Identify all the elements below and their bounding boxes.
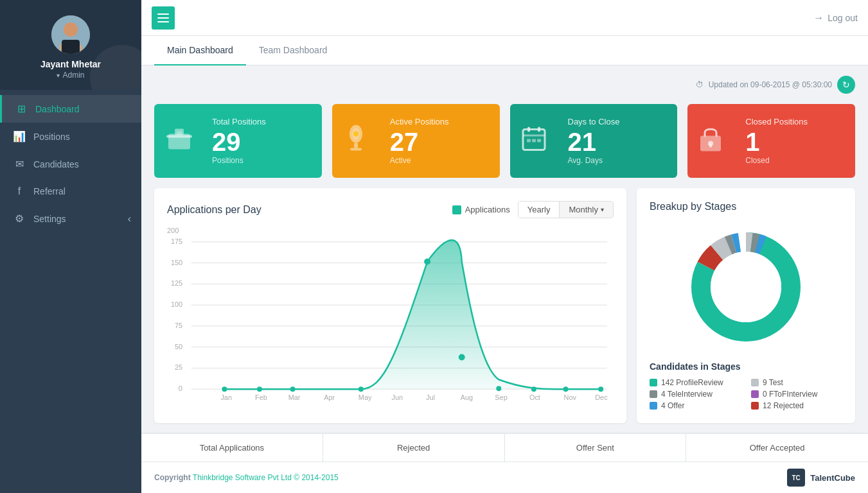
svg-text:75: 75 bbox=[175, 322, 182, 329]
update-bar: ⏱ Updated on 09-06-2015 @ 05:30:00 ↻ bbox=[154, 76, 855, 94]
legend-rejected: 12 Rejected bbox=[751, 401, 842, 410]
sidebar-label-positions: Positions bbox=[33, 132, 70, 142]
stat-card-days-to-close: Days to Close 21 Avg. Days bbox=[510, 104, 678, 178]
svg-rect-20 bbox=[537, 139, 541, 142]
applications-per-day-chart: Applications per Day Applications Yearly… bbox=[154, 188, 626, 423]
hamburger-line-1 bbox=[157, 13, 169, 15]
brand-name: TalentCube bbox=[810, 473, 855, 483]
company-link[interactable]: Thinkbridge Software Pvt Ltd © 2014-2015 bbox=[193, 473, 339, 482]
svg-text:Mar: Mar bbox=[288, 394, 301, 401]
svg-point-49 bbox=[563, 386, 569, 392]
sidebar-item-settings[interactable]: ⚙ Settings bbox=[0, 205, 141, 232]
bottom-tab-rejected[interactable]: Rejected bbox=[323, 434, 505, 462]
chart-title: Applications per Day bbox=[167, 204, 261, 216]
stat-card-closed-positions: Closed Positions 1 Closed bbox=[687, 104, 855, 178]
total-positions-value: 29 bbox=[212, 129, 309, 155]
total-positions-icon bbox=[166, 126, 193, 156]
footer-copyright: Copyright Thinkbridge Software Pvt Ltd ©… bbox=[154, 473, 339, 482]
svg-text:50: 50 bbox=[175, 343, 182, 350]
legend-offer: 4 Offer bbox=[650, 401, 741, 410]
legend-dot-rejected bbox=[751, 402, 759, 410]
monthly-button[interactable]: Monthly bbox=[560, 202, 613, 218]
clock-icon: ⏱ bbox=[696, 80, 704, 89]
svg-rect-18 bbox=[527, 139, 531, 142]
active-positions-value: 27 bbox=[390, 129, 487, 155]
legend-label-test: 9 Test bbox=[763, 378, 783, 387]
active-positions-title: Active Positions bbox=[390, 117, 487, 126]
closed-positions-value: 1 bbox=[745, 129, 842, 155]
yearly-button[interactable]: Yearly bbox=[518, 202, 560, 218]
svg-text:Sep: Sep bbox=[495, 394, 507, 401]
sidebar-label-referral: Referral bbox=[33, 186, 66, 196]
svg-point-68 bbox=[711, 252, 781, 322]
svg-rect-7 bbox=[177, 131, 182, 135]
dashboard-icon: ⊞ bbox=[15, 103, 28, 115]
tab-team-dashboard[interactable]: Team Dashboard bbox=[246, 36, 341, 65]
donut-card: Breakup by Stages bbox=[637, 188, 855, 423]
bottom-tab-offer-sent[interactable]: Offer Sent bbox=[505, 434, 687, 462]
svg-rect-23 bbox=[709, 143, 712, 147]
svg-text:100: 100 bbox=[171, 300, 182, 308]
legend-label-rejected: 12 Rejected bbox=[763, 401, 804, 410]
sidebar-label-candidates: Candidates bbox=[33, 159, 79, 169]
logout-button[interactable]: → Log out bbox=[813, 12, 858, 24]
sidebar-item-positions[interactable]: 📊 Positions bbox=[0, 123, 141, 150]
stat-card-total-positions: Total Positions 29 Positions bbox=[154, 104, 322, 178]
sidebar-item-candidates[interactable]: ✉ Candidates bbox=[0, 150, 141, 178]
svg-text:Jan: Jan bbox=[220, 394, 232, 401]
legend-dot-profile-review bbox=[650, 379, 657, 386]
days-to-close-sub: Avg. Days bbox=[568, 156, 665, 165]
bottom-tab-total-applications[interactable]: Total Applications bbox=[141, 434, 323, 462]
active-positions-icon bbox=[344, 125, 368, 157]
svg-text:125: 125 bbox=[171, 279, 182, 287]
sidebar-label-settings: Settings bbox=[33, 214, 66, 224]
svg-point-50 bbox=[598, 386, 603, 392]
footer: Copyright Thinkbridge Software Pvt Ltd ©… bbox=[141, 462, 868, 493]
stat-card-active-positions: Active Positions 27 Active bbox=[332, 104, 500, 178]
copyright-label: Copyright bbox=[154, 473, 191, 482]
settings-icon: ⚙ bbox=[13, 212, 26, 225]
candidates-in-stages-title: Candidates in Stages bbox=[650, 361, 842, 372]
bottom-tabs: Total Applications Rejected Offer Sent O… bbox=[141, 433, 868, 462]
menu-toggle-button[interactable] bbox=[152, 6, 175, 30]
legend-dot-tele-interview bbox=[650, 390, 657, 398]
svg-point-41 bbox=[222, 386, 227, 392]
closed-positions-sub: Closed bbox=[745, 156, 842, 165]
tabs-bar: Main Dashboard Team Dashboard bbox=[141, 36, 868, 65]
closed-positions-title: Closed Positions bbox=[745, 117, 842, 126]
svg-point-48 bbox=[531, 386, 536, 392]
svg-point-45 bbox=[424, 259, 430, 265]
chart-btn-group: Yearly Monthly bbox=[518, 201, 614, 218]
svg-point-47 bbox=[496, 386, 501, 391]
svg-text:Feb: Feb bbox=[255, 394, 267, 401]
user-name: Jayant Mhetar bbox=[40, 59, 101, 69]
svg-rect-17 bbox=[523, 134, 545, 136]
svg-text:150: 150 bbox=[171, 259, 182, 266]
legend-profile-review: 142 ProfileReview bbox=[650, 378, 741, 387]
legend-label-offer: 4 Offer bbox=[661, 401, 684, 410]
footer-brand: TC TalentCube bbox=[787, 469, 855, 487]
tab-main-dashboard[interactable]: Main Dashboard bbox=[154, 36, 246, 65]
svg-point-3 bbox=[64, 22, 78, 37]
chart-legend: Applications bbox=[452, 205, 510, 214]
main-content: → Log out Main Dashboard Team Dashboard … bbox=[141, 0, 868, 493]
svg-text:Nov: Nov bbox=[564, 394, 577, 401]
donut-legend-grid: 142 ProfileReview 9 Test 4 TeleInterview… bbox=[650, 378, 842, 410]
logout-icon: → bbox=[813, 12, 824, 24]
update-timestamp: Updated on 09-06-2015 @ 05:30:00 bbox=[709, 80, 832, 89]
sidebar-item-dashboard[interactable]: ⊞ Dashboard bbox=[0, 95, 141, 123]
svg-text:25: 25 bbox=[175, 363, 182, 371]
stat-cards: Total Positions 29 Positions Act bbox=[154, 104, 855, 178]
donut-svg bbox=[682, 223, 810, 351]
chart-svg-wrapper: 0 25 50 75 100 125 150 175 200 bbox=[167, 226, 614, 408]
legend-ftof-interview: 0 FToFInterview bbox=[751, 390, 842, 399]
svg-rect-4 bbox=[62, 40, 80, 54]
svg-text:Jun: Jun bbox=[391, 394, 403, 401]
svg-rect-19 bbox=[532, 139, 536, 142]
legend-dot-test bbox=[751, 379, 759, 386]
svg-text:Jul: Jul bbox=[426, 394, 435, 401]
closed-positions-icon bbox=[699, 124, 722, 158]
bottom-tab-offer-accepted[interactable]: Offer Accepted bbox=[686, 434, 868, 462]
refresh-button[interactable]: ↻ bbox=[837, 76, 855, 94]
sidebar-item-referral[interactable]: f Referral bbox=[0, 178, 141, 205]
